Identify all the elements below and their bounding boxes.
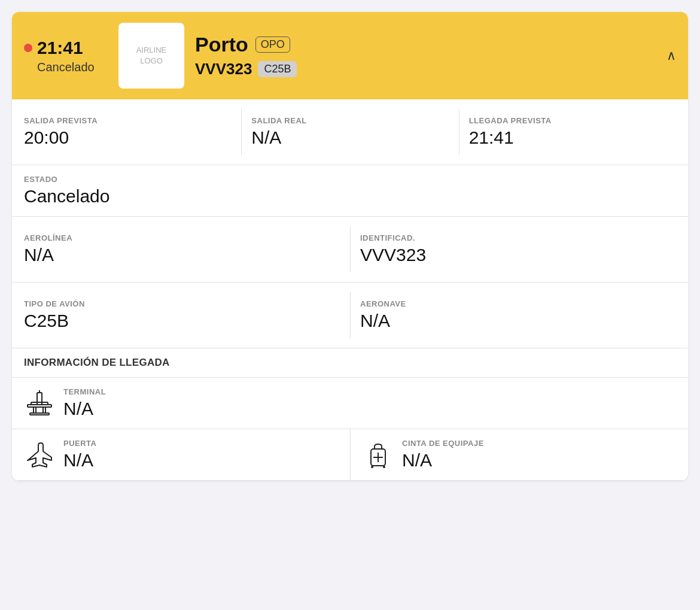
- cinta-icon: [363, 439, 394, 471]
- aerolinea-label: AEROLÍNEA: [24, 233, 340, 242]
- info-llegada-title: INFORMACIÓN DE LLEGADA: [24, 357, 170, 368]
- tipo-avion-value: C25B: [24, 311, 340, 331]
- aerolinea-section: AEROLÍNEA N/A IDENTIFICAD. VVV323: [12, 217, 688, 283]
- identificacion-col: IDENTIFICAD. VVV323: [350, 226, 676, 272]
- baggage-svg-icon: [364, 441, 392, 469]
- svg-point-10: [371, 466, 373, 468]
- airplane-svg-icon: [25, 441, 54, 469]
- svg-rect-5: [30, 413, 49, 415]
- aircraft-badge: C25B: [258, 61, 297, 77]
- flight-iata: OPO: [255, 37, 290, 53]
- info-llegada-header: INFORMACIÓN DE LLEGADA: [12, 348, 688, 378]
- llegada-prevista-label: LLEGADA PREVISTA: [469, 116, 666, 125]
- time-row: 21:41: [24, 38, 83, 58]
- terminal-row: TERMINAL N/A: [12, 378, 688, 429]
- puerta-icon: [24, 439, 55, 471]
- cinta-label: CINTA DE EQUIPAJE: [402, 439, 484, 448]
- status-dot-icon: [24, 44, 32, 52]
- puerta-item: PUERTA N/A: [12, 429, 350, 480]
- salida-real-label: SALIDA REAL: [251, 116, 449, 125]
- identificacion-label: IDENTIFICAD.: [360, 233, 666, 242]
- tower-svg-icon: [25, 389, 54, 418]
- terminal-label: TERMINAL: [63, 387, 106, 396]
- puerta-text-group: PUERTA N/A: [63, 439, 96, 471]
- flight-header: 21:41 Cancelado AIRLINE LOGO Porto OPO V…: [12, 12, 688, 99]
- flight-number-row: VVV323 C25B: [195, 60, 676, 78]
- airline-logo: AIRLINE LOGO: [118, 23, 184, 89]
- salida-real-col: SALIDA REAL N/A: [241, 109, 458, 155]
- terminal-text-group: TERMINAL N/A: [63, 387, 106, 419]
- svg-rect-3: [34, 407, 36, 413]
- flight-number: VVV323: [195, 60, 252, 78]
- header-status-section: 21:41 Cancelado: [12, 38, 108, 74]
- times-section: SALIDA PREVISTA 20:00 SALIDA REAL N/A LL…: [12, 99, 688, 165]
- aeronave-value: N/A: [360, 311, 666, 331]
- chevron-up-icon[interactable]: ∧: [666, 48, 676, 63]
- salida-real-value: N/A: [251, 128, 449, 148]
- header-flight-info: Porto OPO VVV323 C25B: [195, 33, 676, 78]
- tipo-avion-label: TIPO DE AVIÓN: [24, 299, 340, 308]
- llegada-prevista-value: 21:41: [469, 128, 666, 148]
- aerolinea-value: N/A: [24, 245, 340, 265]
- aeronave-label: AERONAVE: [360, 299, 666, 308]
- terminal-icon: [24, 388, 55, 419]
- puerta-value: N/A: [63, 450, 96, 471]
- terminal-value: N/A: [63, 399, 106, 419]
- salida-prevista-label: SALIDA PREVISTA: [24, 116, 232, 125]
- estado-label: ESTADO: [24, 175, 676, 184]
- estado-section: ESTADO Cancelado: [12, 165, 688, 217]
- svg-rect-2: [28, 405, 51, 407]
- llegada-prevista-col: LLEGADA PREVISTA 21:41: [459, 109, 676, 155]
- salida-prevista-col: SALIDA PREVISTA 20:00: [24, 109, 241, 155]
- salida-prevista-value: 20:00: [24, 128, 232, 148]
- flight-card: 21:41 Cancelado AIRLINE LOGO Porto OPO V…: [12, 12, 688, 481]
- svg-point-11: [383, 466, 385, 468]
- cinta-item: CINTA DE EQUIPAJE N/A: [350, 429, 688, 480]
- cinta-value: N/A: [402, 450, 484, 471]
- tipo-avion-col: TIPO DE AVIÓN C25B: [24, 292, 350, 338]
- puerta-label: PUERTA: [63, 439, 96, 448]
- tipo-avion-section: TIPO DE AVIÓN C25B AERONAVE N/A: [12, 283, 688, 348]
- header-time: 21:41: [37, 38, 83, 58]
- flight-city: Porto: [195, 33, 248, 56]
- estado-value: Cancelado: [24, 186, 676, 207]
- header-status: Cancelado: [24, 60, 95, 74]
- puerta-cinta-row: PUERTA N/A CINTA DE EQUIPAJE N/A: [12, 429, 688, 481]
- svg-rect-4: [43, 407, 45, 413]
- identificacion-value: VVV323: [360, 245, 666, 265]
- aerolinea-col: AEROLÍNEA N/A: [24, 226, 350, 272]
- destination-row: Porto OPO: [195, 33, 676, 56]
- airline-logo-text: AIRLINE LOGO: [136, 45, 167, 66]
- aeronave-col: AERONAVE N/A: [350, 292, 676, 338]
- cinta-text-group: CINTA DE EQUIPAJE N/A: [402, 439, 484, 471]
